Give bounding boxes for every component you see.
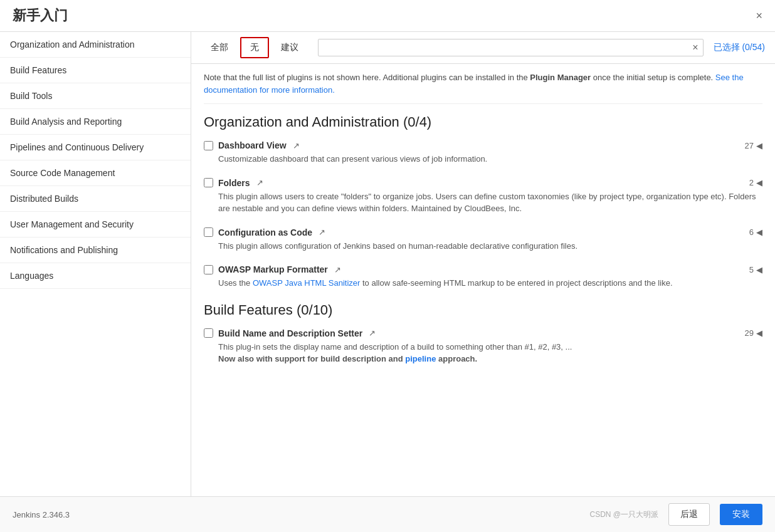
install-button[interactable]: 安装	[720, 504, 762, 525]
plugin-config-checkbox[interactable]	[204, 227, 213, 237]
plugin-list: Note that the full list of plugins is no…	[191, 64, 775, 496]
sidebar: Organization and AdministrationBuild Fea…	[0, 32, 191, 496]
plugin-folders-header: Folders ↗ 2 ◀	[204, 178, 762, 188]
plugin-config-left: Configuration as Code ↗	[204, 227, 325, 237]
plugin-folders-desc: This plugin allows users to create "fold…	[218, 190, 762, 215]
plugin-owasp-desc: Uses the OWASP Java HTML Sanitizer to al…	[218, 277, 762, 289]
plugin-dashboard-name: Dashboard View	[218, 140, 287, 150]
plugin-build-name-header: Build Name and Description Setter ↗ 29 ◀	[204, 328, 762, 338]
plugin-owasp-checkbox[interactable]	[204, 265, 213, 274]
plugin-build-name-desc-bold: Now also with support for build descript…	[218, 354, 477, 363]
plugin-config-count-num: 6	[749, 227, 754, 237]
sidebar-item-org-admin[interactable]: Organization and Administration	[0, 32, 191, 58]
section-build-features-title: Build Features (0/10)	[204, 302, 762, 318]
tab-suggest[interactable]: 建议	[272, 38, 308, 58]
plugin-item-config-as-code: Configuration as Code ↗ 6 ◀ This plugin …	[204, 227, 762, 253]
plugin-folders-count: 2 ◀	[749, 178, 762, 187]
plugin-build-name-checkbox[interactable]	[204, 328, 213, 338]
notice-banner: Note that the full list of plugins is no…	[204, 71, 762, 104]
plugin-dashboard-count-num: 27	[745, 141, 754, 150]
plugin-build-name-count-icon: ◀	[756, 328, 762, 338]
plugin-config-desc: This plugin allows configuration of Jenk…	[218, 240, 762, 253]
tab-bar: 全部 无 建议 × 已选择 (0/54)	[191, 32, 775, 64]
plugin-folders-count-num: 2	[749, 178, 754, 187]
plugin-folders-name: Folders	[218, 178, 250, 188]
plugin-build-name-name: Build Name and Description Setter	[218, 328, 362, 338]
plugin-item-owasp: OWASP Markup Formatter ↗ 5 ◀ Uses the OW…	[204, 264, 762, 289]
footer-version: Jenkins 2.346.3	[13, 510, 70, 519]
plugin-dashboard-link-icon[interactable]: ↗	[293, 141, 300, 150]
plugin-build-name-link-icon[interactable]: ↗	[369, 328, 376, 338]
footer: Jenkins 2.346.3 CSDN @一只大明派 后退 安装	[0, 496, 775, 532]
plugin-dashboard-desc: Customizable dashboard that can present …	[218, 153, 762, 165]
plugin-config-name: Configuration as Code	[218, 227, 312, 237]
plugin-build-name-count-num: 29	[745, 328, 754, 338]
plugin-item-build-name-setter: Build Name and Description Setter ↗ 29 ◀…	[204, 328, 762, 365]
owasp-sanitizer-link[interactable]: OWASP Java HTML Sanitizer	[253, 278, 360, 288]
plugin-item-dashboard-view: Dashboard View ↗ 27 ◀ Customizable dashb…	[204, 140, 762, 165]
sidebar-item-build-tools[interactable]: Build Tools	[0, 83, 191, 109]
plugin-config-header: Configuration as Code ↗ 6 ◀	[204, 227, 762, 237]
sidebar-item-build-analysis[interactable]: Build Analysis and Reporting	[0, 109, 191, 135]
plugin-dashboard-left: Dashboard View ↗	[204, 140, 300, 150]
docs-link[interactable]: See the documentation for more informati…	[204, 73, 744, 95]
plugin-dashboard-checkbox[interactable]	[204, 141, 213, 150]
section-org-admin: Organization and Administration (0/4) Da…	[204, 114, 762, 289]
plugin-list-inner: Note that the full list of plugins is no…	[191, 64, 775, 385]
plugin-folders-checkbox[interactable]	[204, 178, 213, 187]
plugin-build-name-desc: This plug-in sets the display name and d…	[218, 341, 762, 365]
page-title: 新手入门	[13, 6, 68, 25]
search-input[interactable]	[318, 39, 704, 56]
sidebar-item-source-code[interactable]: Source Code Management	[0, 160, 191, 186]
sidebar-item-build-features[interactable]: Build Features	[0, 58, 191, 83]
plugin-owasp-header: OWASP Markup Formatter ↗ 5 ◀	[204, 264, 762, 274]
plugin-owasp-count: 5 ◀	[749, 265, 762, 274]
selection-count: 已选择 (0/54)	[714, 42, 765, 53]
plugin-dashboard-count-icon: ◀	[756, 141, 762, 150]
section-build-features: Build Features (0/10) Build Name and Des…	[204, 302, 762, 365]
plugin-owasp-count-icon: ◀	[756, 265, 762, 274]
plugin-build-name-count: 29 ◀	[745, 328, 762, 338]
content-area: 全部 无 建议 × 已选择 (0/54) Note that the full …	[191, 32, 775, 496]
sidebar-item-distributed[interactable]: Distributed Builds	[0, 186, 191, 212]
plugin-owasp-left: OWASP Markup Formatter ↗	[204, 264, 341, 274]
plugin-config-link-icon[interactable]: ↗	[319, 227, 325, 237]
close-button[interactable]: ×	[756, 9, 762, 23]
plugin-build-name-left: Build Name and Description Setter ↗	[204, 328, 376, 338]
plugin-dashboard-count: 27 ◀	[745, 141, 762, 150]
tab-all[interactable]: 全部	[201, 38, 238, 58]
sidebar-item-notifications[interactable]: Notifications and Publishing	[0, 237, 191, 263]
plugin-folders-link-icon[interactable]: ↗	[256, 178, 263, 187]
sidebar-item-pipelines[interactable]: Pipelines and Continuous Delivery	[0, 135, 191, 160]
search-clear-icon[interactable]: ×	[692, 42, 698, 53]
sidebar-item-user-mgmt[interactable]: User Management and Security	[0, 212, 191, 237]
search-box: ×	[318, 39, 704, 56]
plugin-config-count-icon: ◀	[756, 227, 762, 237]
header: 新手入门 ×	[0, 0, 775, 32]
plugin-folders-left: Folders ↗	[204, 178, 263, 188]
tab-none[interactable]: 无	[240, 37, 269, 58]
plugin-manager-link: Plugin Manager	[530, 73, 591, 82]
plugin-config-count: 6 ◀	[749, 227, 762, 237]
pipeline-link[interactable]: pipeline	[405, 354, 436, 363]
footer-watermark: CSDN @一只大明派	[589, 509, 658, 520]
section-org-admin-title: Organization and Administration (0/4)	[204, 114, 762, 130]
sidebar-item-languages[interactable]: Languages	[0, 263, 191, 289]
plugin-owasp-name: OWASP Markup Formatter	[218, 264, 328, 274]
footer-actions: CSDN @一只大明派 后退 安装	[589, 503, 762, 526]
plugin-dashboard-header: Dashboard View ↗ 27 ◀	[204, 140, 762, 150]
plugin-folders-count-icon: ◀	[756, 178, 762, 187]
back-button[interactable]: 后退	[668, 503, 710, 526]
plugin-owasp-link-icon[interactable]: ↗	[334, 265, 341, 274]
plugin-item-folders: Folders ↗ 2 ◀ This plugin allows users t…	[204, 178, 762, 215]
main-layout: Organization and AdministrationBuild Fea…	[0, 32, 775, 496]
plugin-owasp-count-num: 5	[749, 265, 754, 274]
